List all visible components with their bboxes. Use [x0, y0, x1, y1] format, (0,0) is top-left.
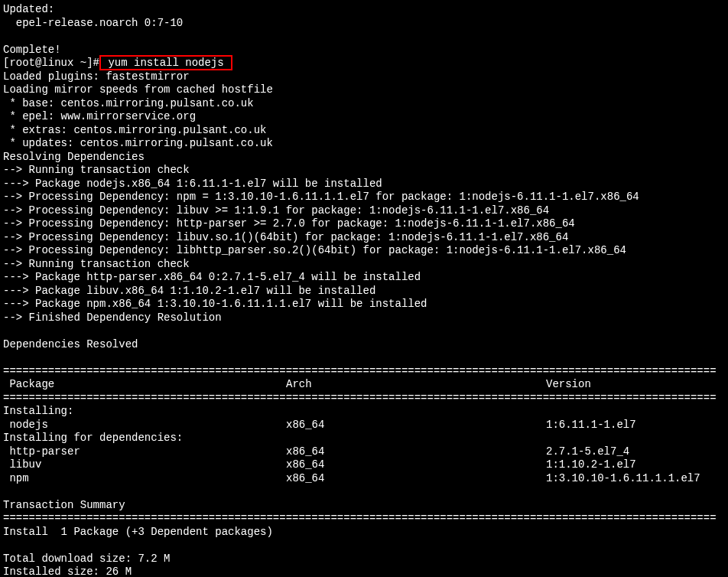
horizontal-rule: ========================================… — [3, 392, 717, 404]
trans-line: --> Processing Dependency: npm = 1:3.10.… — [3, 191, 639, 203]
complete-text: Complete! — [3, 44, 61, 56]
mirror-extras: * extras: centos.mirroring.pulsant.co.uk — [3, 124, 266, 136]
horizontal-rule: ========================================… — [3, 512, 717, 524]
updated-label: Updated: — [3, 3, 54, 15]
pkg-arch: x86_64 — [286, 445, 546, 459]
pkg-version: 1:1.10.2-1.el7 — [546, 458, 636, 472]
trans-line: --> Processing Dependency: libhttp_parse… — [3, 244, 626, 256]
trans-line: --> Processing Dependency: libuv.so.1()(… — [3, 231, 568, 243]
pkg-arch: x86_64 — [286, 458, 546, 472]
col-package: Package — [3, 378, 286, 392]
col-arch: Arch — [286, 378, 546, 392]
resolving-deps: Resolving Dependencies — [3, 151, 145, 163]
deps-resolved: Dependencies Resolved — [3, 338, 138, 350]
mirror-base: * base: centos.mirroring.pulsant.co.uk — [3, 97, 254, 109]
trans-line: ---> Package npm.x86_64 1:3.10.10-1.6.11… — [3, 298, 427, 310]
loaded-plugins: Loaded plugins: fastestmirror — [3, 70, 190, 83]
trans-line: ---> Package nodejs.x86_64 1:6.11.1-1.el… — [3, 178, 382, 190]
col-version: Version — [546, 378, 591, 392]
pkg-name: http-parser — [3, 445, 286, 459]
terminal-output[interactable]: Updated: epel-release.noarch 0:7-10 Comp… — [0, 0, 728, 577]
trans-line: --> Processing Dependency: http-parser >… — [3, 217, 575, 230]
pkg-arch: x86_64 — [286, 472, 546, 486]
pkg-version: 1:6.11.1-1.el7 — [546, 419, 636, 432]
download-size: Total download size: 7.2 M — [3, 553, 170, 565]
trans-line: ---> Package http-parser.x86_64 0:2.7.1-… — [3, 271, 421, 283]
pkg-name: libuv — [3, 458, 286, 472]
trans-line: --> Running transaction check — [3, 258, 190, 270]
yum-command: yum install nodejs — [102, 57, 230, 69]
trans-line: --> Processing Dependency: libuv >= 1:1.… — [3, 204, 549, 217]
pkg-name: npm — [3, 472, 286, 486]
updated-package: epel-release.noarch 0:7-10 — [3, 17, 183, 29]
install-summary-line: Install 1 Package (+3 Dependent packages… — [3, 526, 273, 538]
pkg-version: 1:3.10.10-1.6.11.1.1.el7 — [546, 472, 700, 486]
transaction-summary-title: Transaction Summary — [3, 499, 125, 511]
loading-mirror: Loading mirror speeds from cached hostfi… — [3, 83, 273, 96]
pkg-arch: x86_64 — [286, 419, 546, 432]
trans-line: --> Finished Dependency Resolution — [3, 311, 222, 324]
installing-deps-label: Installing for dependencies: — [3, 432, 183, 444]
trans-line: ---> Package libuv.x86_64 1:1.10.2-1.el7… — [3, 285, 375, 297]
pkg-name: nodejs — [3, 419, 286, 432]
mirror-epel: * epel: www.mirrorservice.org — [3, 110, 196, 122]
installed-size: Installed size: 26 M — [3, 566, 132, 577]
trans-line: --> Running transaction check — [3, 164, 190, 176]
pkg-version: 2.7.1-5.el7_4 — [546, 445, 629, 459]
command-highlight: yum install nodejs — [99, 55, 232, 70]
shell-prompt: [root@linux ~]# — [3, 57, 99, 69]
horizontal-rule: ========================================… — [3, 365, 717, 377]
mirror-updates: * updates: centos.mirroring.pulsant.co.u… — [3, 137, 273, 149]
installing-label: Installing: — [3, 405, 73, 417]
